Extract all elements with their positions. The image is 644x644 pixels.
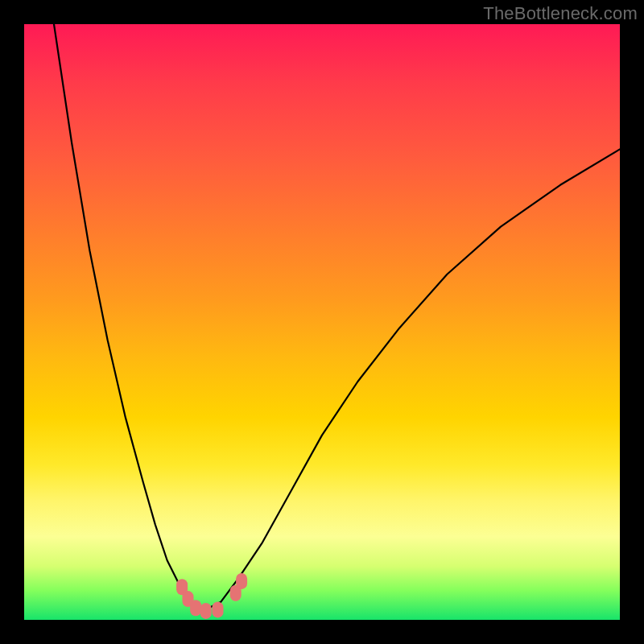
- chart-frame: TheBottleneck.com: [0, 0, 644, 644]
- valley-marker: [190, 600, 201, 616]
- marker-group: [176, 573, 247, 619]
- plot-area: [24, 24, 620, 620]
- curve-left-branch: [54, 24, 203, 611]
- valley-marker: [213, 601, 224, 617]
- watermark-text: TheBottleneck.com: [483, 3, 638, 24]
- curve-right-branch: [203, 149, 620, 611]
- valley-marker: [236, 573, 247, 589]
- curve-layer: [24, 24, 620, 620]
- valley-marker: [200, 603, 212, 619]
